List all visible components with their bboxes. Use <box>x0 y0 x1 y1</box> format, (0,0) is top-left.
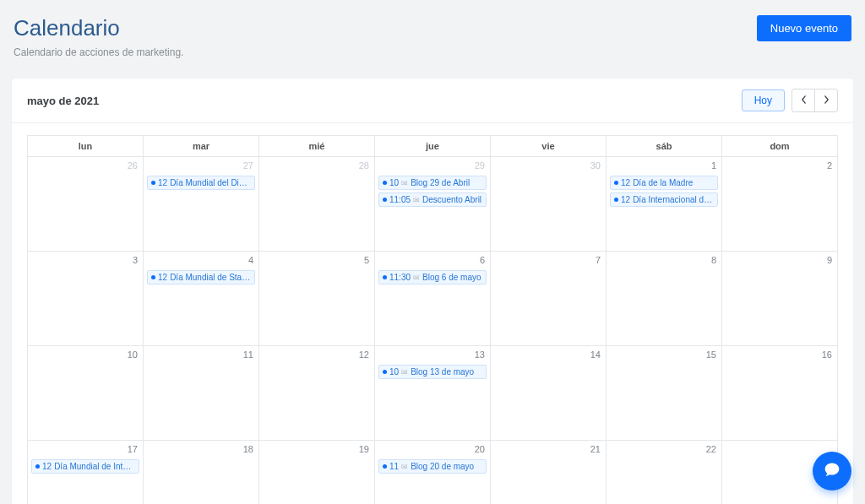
day-number: 30 <box>590 160 601 171</box>
calendar-event[interactable]: 12Día de la Madre <box>610 176 718 190</box>
day-cell[interactable]: 1310✉Blog 13 de mayo <box>375 346 491 441</box>
day-cell[interactable]: 2910✉Blog 29 de Abril11:05✉Descuento Abr… <box>375 157 491 252</box>
event-dot-icon <box>151 275 155 279</box>
day-cell[interactable]: 1712Día Mundial de Internet <box>28 441 144 505</box>
calendar-card: mayo de 2021 Hoy lunmarmiéjueviesábdo <box>12 79 853 504</box>
event-time: 11:05 <box>389 195 411 204</box>
calendar-event[interactable]: 12Día Mundial del Diseño Grá <box>147 176 255 190</box>
event-dot-icon <box>35 464 40 469</box>
day-number: 26 <box>128 160 138 171</box>
day-cell[interactable]: 22 <box>607 441 722 505</box>
next-button[interactable] <box>814 89 838 112</box>
calendar-event[interactable]: 12Día Mundial de Star Wars <box>147 270 255 285</box>
event-dot-icon <box>383 275 387 279</box>
event-title: Día de la Madre <box>633 178 693 187</box>
event-dot-icon <box>383 198 387 202</box>
day-number: 18 <box>243 444 253 454</box>
day-number: 13 <box>475 350 485 360</box>
day-number: 29 <box>475 160 485 171</box>
day-cell[interactable]: 412Día Mundial de Star Wars <box>144 252 259 346</box>
mail-icon: ✉ <box>413 196 420 204</box>
day-cell[interactable]: 15 <box>607 346 722 441</box>
event-time: 12 <box>621 195 630 204</box>
day-number: 3 <box>133 255 138 265</box>
day-number: 4 <box>248 255 253 265</box>
chevron-left-icon <box>801 95 807 106</box>
day-number: 1 <box>711 160 716 171</box>
event-dot-icon <box>614 181 618 185</box>
day-number: 2 <box>827 160 832 171</box>
event-dot-icon <box>383 181 387 185</box>
day-cell[interactable]: 7 <box>491 252 607 346</box>
calendar-event[interactable]: 10✉Blog 29 de Abril <box>378 176 487 190</box>
day-cell[interactable]: 3 <box>28 252 144 346</box>
event-time: 12 <box>158 178 167 187</box>
event-title: Día Mundial de Star Wars <box>170 273 251 282</box>
day-number: 17 <box>128 444 138 454</box>
day-cell[interactable]: 18 <box>144 441 259 505</box>
chat-fab[interactable] <box>813 452 851 490</box>
day-number: 21 <box>590 444 601 454</box>
calendar-period-label: mayo de 2021 <box>27 95 99 107</box>
day-number: 27 <box>243 160 253 171</box>
calendar-event[interactable]: 10✉Blog 13 de mayo <box>378 365 487 379</box>
day-number: 20 <box>475 444 485 454</box>
day-number: 8 <box>711 255 716 265</box>
day-cell[interactable]: 26 <box>28 157 144 252</box>
weekday-header: lun <box>28 136 144 157</box>
mail-icon: ✉ <box>401 368 408 377</box>
chevron-right-icon <box>824 95 830 106</box>
calendar-event[interactable]: 11✉Blog 20 de mayo <box>378 459 487 474</box>
day-cell[interactable]: 12 <box>259 346 375 441</box>
weekday-header: vie <box>491 136 607 157</box>
event-time: 11:30 <box>389 273 411 282</box>
event-dot-icon <box>151 181 155 185</box>
calendar-event[interactable]: 11:05✉Descuento Abril <box>378 192 487 207</box>
event-title: Blog 6 de mayo <box>422 273 481 282</box>
day-cell[interactable]: 2 <box>722 157 838 252</box>
weekday-header: jue <box>375 136 491 157</box>
day-cell[interactable]: 8 <box>607 252 722 346</box>
day-number: 28 <box>359 160 369 171</box>
page-title: Calendario <box>14 15 183 41</box>
day-cell[interactable]: 9 <box>722 252 838 346</box>
event-title: Día Internacional de los Tra <box>633 195 714 204</box>
day-number: 19 <box>359 444 369 454</box>
today-button[interactable]: Hoy <box>742 89 785 111</box>
day-cell[interactable]: 611:30✉Blog 6 de mayo <box>375 252 491 346</box>
prev-button[interactable] <box>792 89 815 112</box>
event-title: Día Mundial de Internet <box>54 462 135 471</box>
day-cell[interactable]: 2712Día Mundial del Diseño Grá <box>144 157 259 252</box>
event-time: 12 <box>621 178 630 187</box>
day-number: 14 <box>590 350 601 360</box>
event-time: 10 <box>389 178 399 187</box>
mail-icon: ✉ <box>401 179 408 187</box>
new-event-button[interactable]: Nuevo evento <box>757 15 851 41</box>
event-title: Blog 13 de mayo <box>411 367 474 377</box>
event-title: Día Mundial del Diseño Grá <box>170 178 251 187</box>
event-title: Blog 29 de Abril <box>411 178 470 187</box>
calendar-event[interactable]: 12Día Mundial de Internet <box>31 459 139 474</box>
day-number: 11 <box>243 350 253 360</box>
day-cell[interactable]: 30 <box>491 157 607 252</box>
day-cell[interactable]: 112Día de la Madre12Día Internacional de… <box>607 157 722 252</box>
day-cell[interactable]: 28 <box>259 157 375 252</box>
day-cell[interactable]: 16 <box>722 346 838 441</box>
day-cell[interactable]: 10 <box>28 346 144 441</box>
day-cell[interactable]: 21 <box>491 441 607 505</box>
event-dot-icon <box>383 464 387 469</box>
weekday-header: mié <box>259 136 375 157</box>
day-cell[interactable]: 14 <box>491 346 607 441</box>
day-number: 15 <box>706 350 716 360</box>
day-cell[interactable]: 19 <box>259 441 375 505</box>
day-number: 9 <box>827 255 832 265</box>
event-time: 11 <box>389 462 399 471</box>
calendar-event[interactable]: 12Día Internacional de los Tra <box>610 192 718 207</box>
day-cell[interactable]: 2011✉Blog 20 de mayo <box>375 441 491 505</box>
day-cell[interactable]: 11 <box>144 346 259 441</box>
calendar-event[interactable]: 11:30✉Blog 6 de mayo <box>378 270 487 285</box>
day-number: 10 <box>128 350 138 360</box>
day-number: 16 <box>822 350 832 360</box>
weekday-header: dom <box>722 136 838 157</box>
day-cell[interactable]: 5 <box>259 252 375 346</box>
